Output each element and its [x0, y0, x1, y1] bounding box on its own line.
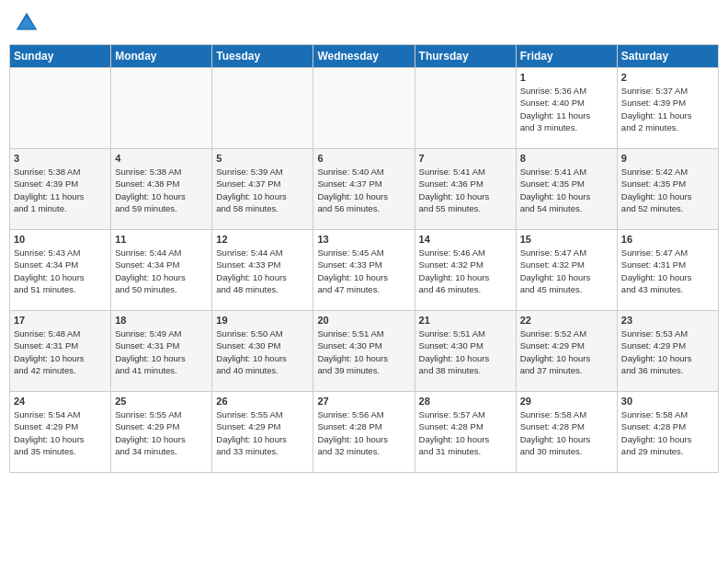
calendar-day-cell	[313, 68, 415, 149]
calendar-day-cell: 24Sunrise: 5:54 AM Sunset: 4:29 PM Dayli…	[10, 392, 111, 473]
day-number: 2	[621, 72, 714, 83]
day-info: Sunrise: 5:57 AM Sunset: 4:28 PM Dayligh…	[419, 408, 512, 457]
day-info: Sunrise: 5:38 AM Sunset: 4:38 PM Dayligh…	[115, 166, 208, 214]
day-info: Sunrise: 5:49 AM Sunset: 4:31 PM Dayligh…	[115, 327, 208, 376]
day-info: Sunrise: 5:51 AM Sunset: 4:30 PM Dayligh…	[317, 327, 410, 376]
calendar-day-cell: 25Sunrise: 5:55 AM Sunset: 4:29 PM Dayli…	[111, 392, 212, 473]
calendar-day-cell: 27Sunrise: 5:56 AM Sunset: 4:28 PM Dayli…	[313, 392, 415, 473]
calendar-day-cell	[10, 68, 111, 149]
day-info: Sunrise: 5:42 AM Sunset: 4:35 PM Dayligh…	[621, 166, 714, 214]
day-number: 20	[317, 315, 410, 326]
day-info: Sunrise: 5:43 AM Sunset: 4:34 PM Dayligh…	[14, 247, 107, 295]
day-info: Sunrise: 5:52 AM Sunset: 4:29 PM Dayligh…	[520, 327, 613, 376]
day-number: 1	[520, 72, 613, 83]
calendar-header: SundayMondayTuesdayWednesdayThursdayFrid…	[10, 45, 719, 68]
page-header	[9, 9, 719, 37]
day-of-week-header: Friday	[516, 45, 617, 68]
calendar-day-cell: 21Sunrise: 5:51 AM Sunset: 4:30 PM Dayli…	[415, 311, 516, 392]
day-number: 13	[317, 234, 410, 245]
calendar-day-cell: 2Sunrise: 5:37 AM Sunset: 4:39 PM Daylig…	[617, 68, 718, 149]
day-number: 19	[216, 315, 309, 326]
day-info: Sunrise: 5:55 AM Sunset: 4:29 PM Dayligh…	[216, 408, 309, 457]
day-number: 4	[115, 153, 208, 164]
day-number: 27	[317, 396, 410, 407]
calendar-day-cell: 15Sunrise: 5:47 AM Sunset: 4:32 PM Dayli…	[516, 230, 617, 311]
calendar-day-cell: 30Sunrise: 5:58 AM Sunset: 4:28 PM Dayli…	[617, 392, 718, 473]
calendar-day-cell: 18Sunrise: 5:49 AM Sunset: 4:31 PM Dayli…	[111, 311, 212, 392]
calendar-day-cell	[212, 68, 313, 149]
day-info: Sunrise: 5:58 AM Sunset: 4:28 PM Dayligh…	[520, 408, 613, 457]
day-number: 12	[216, 234, 309, 245]
day-info: Sunrise: 5:44 AM Sunset: 4:34 PM Dayligh…	[115, 247, 208, 295]
calendar-week-row: 10Sunrise: 5:43 AM Sunset: 4:34 PM Dayli…	[10, 230, 719, 311]
calendar-day-cell	[415, 68, 516, 149]
day-number: 6	[317, 153, 410, 164]
day-number: 30	[621, 396, 714, 407]
calendar-day-cell	[111, 68, 212, 149]
day-info: Sunrise: 5:46 AM Sunset: 4:32 PM Dayligh…	[419, 247, 512, 295]
day-number: 22	[520, 315, 613, 326]
day-info: Sunrise: 5:55 AM Sunset: 4:29 PM Dayligh…	[115, 408, 208, 457]
day-number: 3	[14, 153, 107, 164]
day-info: Sunrise: 5:51 AM Sunset: 4:30 PM Dayligh…	[419, 327, 512, 376]
day-number: 9	[621, 153, 714, 164]
day-info: Sunrise: 5:56 AM Sunset: 4:28 PM Dayligh…	[317, 408, 410, 457]
day-number: 26	[216, 396, 309, 407]
calendar-day-cell: 4Sunrise: 5:38 AM Sunset: 4:38 PM Daylig…	[111, 149, 212, 230]
day-number: 21	[419, 315, 512, 326]
day-number: 29	[520, 396, 613, 407]
calendar-day-cell: 6Sunrise: 5:40 AM Sunset: 4:37 PM Daylig…	[313, 149, 415, 230]
day-number: 25	[115, 396, 208, 407]
day-info: Sunrise: 5:38 AM Sunset: 4:39 PM Dayligh…	[14, 166, 107, 214]
calendar-day-cell: 13Sunrise: 5:45 AM Sunset: 4:33 PM Dayli…	[313, 230, 415, 311]
calendar-day-cell: 9Sunrise: 5:42 AM Sunset: 4:35 PM Daylig…	[617, 149, 718, 230]
calendar-day-cell: 22Sunrise: 5:52 AM Sunset: 4:29 PM Dayli…	[516, 311, 617, 392]
day-number: 16	[621, 234, 714, 245]
calendar-body: 1Sunrise: 5:36 AM Sunset: 4:40 PM Daylig…	[10, 68, 719, 473]
calendar-day-cell: 17Sunrise: 5:48 AM Sunset: 4:31 PM Dayli…	[10, 311, 111, 392]
day-info: Sunrise: 5:47 AM Sunset: 4:31 PM Dayligh…	[621, 247, 714, 295]
calendar-day-cell: 29Sunrise: 5:58 AM Sunset: 4:28 PM Dayli…	[516, 392, 617, 473]
day-info: Sunrise: 5:50 AM Sunset: 4:30 PM Dayligh…	[216, 327, 309, 376]
calendar-day-cell: 7Sunrise: 5:41 AM Sunset: 4:36 PM Daylig…	[415, 149, 516, 230]
calendar-day-cell: 14Sunrise: 5:46 AM Sunset: 4:32 PM Dayli…	[415, 230, 516, 311]
calendar-week-row: 24Sunrise: 5:54 AM Sunset: 4:29 PM Dayli…	[10, 392, 719, 473]
day-of-week-header: Tuesday	[212, 45, 313, 68]
day-info: Sunrise: 5:44 AM Sunset: 4:33 PM Dayligh…	[216, 247, 309, 295]
day-info: Sunrise: 5:41 AM Sunset: 4:36 PM Dayligh…	[419, 166, 512, 214]
day-info: Sunrise: 5:48 AM Sunset: 4:31 PM Dayligh…	[14, 327, 107, 376]
day-info: Sunrise: 5:36 AM Sunset: 4:40 PM Dayligh…	[520, 85, 613, 133]
calendar-day-cell: 26Sunrise: 5:55 AM Sunset: 4:29 PM Dayli…	[212, 392, 313, 473]
day-number: 11	[115, 234, 208, 245]
calendar-day-cell: 23Sunrise: 5:53 AM Sunset: 4:29 PM Dayli…	[617, 311, 718, 392]
calendar-day-cell: 1Sunrise: 5:36 AM Sunset: 4:40 PM Daylig…	[516, 68, 617, 149]
day-of-week-header: Wednesday	[313, 45, 415, 68]
day-number: 15	[520, 234, 613, 245]
day-number: 23	[621, 315, 714, 326]
day-info: Sunrise: 5:45 AM Sunset: 4:33 PM Dayligh…	[317, 247, 410, 295]
calendar-day-cell: 16Sunrise: 5:47 AM Sunset: 4:31 PM Dayli…	[617, 230, 718, 311]
calendar-day-cell: 5Sunrise: 5:39 AM Sunset: 4:37 PM Daylig…	[212, 149, 313, 230]
day-of-week-header: Thursday	[415, 45, 516, 68]
day-number: 24	[14, 396, 107, 407]
day-number: 18	[115, 315, 208, 326]
day-info: Sunrise: 5:54 AM Sunset: 4:29 PM Dayligh…	[14, 408, 107, 457]
logo-icon	[13, 9, 40, 37]
day-info: Sunrise: 5:39 AM Sunset: 4:37 PM Dayligh…	[216, 166, 309, 214]
day-info: Sunrise: 5:40 AM Sunset: 4:37 PM Dayligh…	[317, 166, 410, 214]
calendar-day-cell: 12Sunrise: 5:44 AM Sunset: 4:33 PM Dayli…	[212, 230, 313, 311]
calendar-week-row: 3Sunrise: 5:38 AM Sunset: 4:39 PM Daylig…	[10, 149, 719, 230]
day-number: 17	[14, 315, 107, 326]
logo	[13, 9, 44, 37]
calendar-day-cell: 11Sunrise: 5:44 AM Sunset: 4:34 PM Dayli…	[111, 230, 212, 311]
day-info: Sunrise: 5:37 AM Sunset: 4:39 PM Dayligh…	[621, 85, 714, 133]
calendar-day-cell: 10Sunrise: 5:43 AM Sunset: 4:34 PM Dayli…	[10, 230, 111, 311]
calendar-day-cell: 3Sunrise: 5:38 AM Sunset: 4:39 PM Daylig…	[10, 149, 111, 230]
calendar-day-cell: 8Sunrise: 5:41 AM Sunset: 4:35 PM Daylig…	[516, 149, 617, 230]
day-of-week-header: Monday	[111, 45, 212, 68]
day-info: Sunrise: 5:41 AM Sunset: 4:35 PM Dayligh…	[520, 166, 613, 214]
day-number: 8	[520, 153, 613, 164]
day-of-week-header: Sunday	[10, 45, 111, 68]
day-of-week-header: Saturday	[617, 45, 718, 68]
day-info: Sunrise: 5:53 AM Sunset: 4:29 PM Dayligh…	[621, 327, 714, 376]
